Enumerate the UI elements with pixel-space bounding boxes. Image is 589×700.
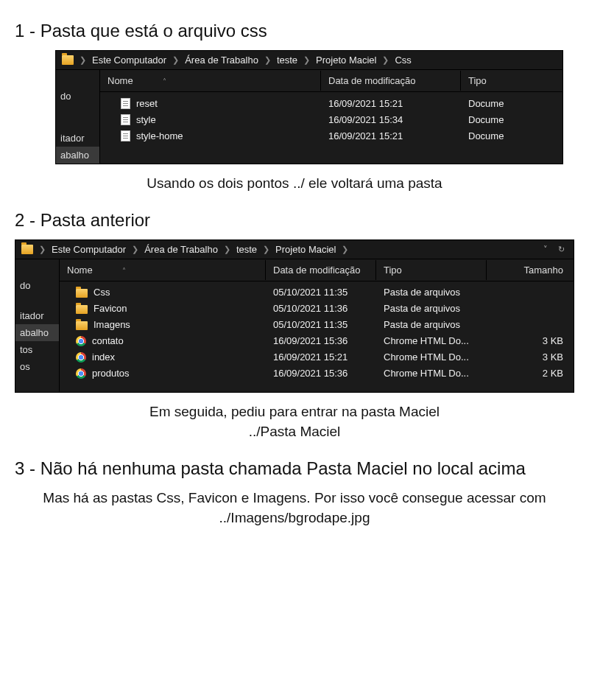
doc-icon — [121, 114, 130, 125]
column-name[interactable]: Nome˄ — [100, 71, 321, 91]
caption-line: ../Pasta Maciel — [44, 421, 545, 442]
file-name: style-home — [136, 130, 183, 141]
breadcrumb[interactable]: ❯ Este Computador ❯ Área de Trabalho ❯ t… — [56, 51, 562, 70]
sidebar: do itador abalho — [56, 70, 100, 164]
column-date[interactable]: Data de modificação — [321, 71, 461, 91]
file-name: Css — [94, 287, 110, 298]
breadcrumb-segment[interactable]: Área de Trabalho — [185, 55, 258, 66]
file-name: contato — [92, 335, 124, 346]
breadcrumb-segment[interactable]: Este Computador — [52, 244, 126, 255]
file-type: Chrome HTML Do... — [376, 335, 487, 346]
chevron-right-icon: ❯ — [222, 245, 232, 254]
file-type: Docume — [461, 98, 562, 109]
chevron-right-icon: ❯ — [130, 245, 140, 254]
folder-icon — [21, 245, 33, 254]
file-row[interactable]: style-home16/09/2021 15:21Docume — [100, 127, 562, 144]
breadcrumb[interactable]: ❯ Este Computador ❯ Área de Trabalho ❯ t… — [15, 240, 574, 259]
file-date: 05/10/2021 11:35 — [266, 319, 376, 330]
file-name: Favicon — [94, 303, 127, 314]
chrome-icon — [76, 368, 86, 379]
file-date: 05/10/2021 11:36 — [266, 303, 376, 314]
section-2-caption: Em seguida, pediu para entrar na pasta M… — [44, 402, 545, 442]
file-name: style — [136, 114, 156, 125]
file-date: 05/10/2021 11:35 — [266, 287, 376, 298]
chevron-right-icon: ❯ — [263, 55, 272, 65]
file-row[interactable]: Favicon05/10/2021 11:36Pasta de arquivos — [60, 301, 574, 317]
folder-icon — [76, 289, 88, 298]
column-type[interactable]: Tipo — [376, 260, 487, 280]
file-row[interactable]: style16/09/2021 15:34Docume — [100, 111, 562, 127]
doc-icon — [121, 98, 130, 109]
file-name: Imagens — [94, 319, 130, 330]
chrome-icon — [76, 336, 86, 346]
section-3-body: Mas há as pastas Css, Favicon e Imagens.… — [29, 488, 560, 528]
file-size: 3 KB — [487, 351, 574, 363]
file-type: Chrome HTML Do... — [376, 368, 487, 379]
caption-line: Em seguida, pediu para entrar na pasta M… — [44, 402, 545, 422]
file-type: Pasta de arquivos — [376, 319, 487, 330]
chevron-down-icon[interactable]: ˅ — [540, 245, 551, 254]
file-row[interactable]: contato16/09/2021 15:36Chrome HTML Do...… — [60, 333, 574, 349]
chevron-right-icon: ❯ — [381, 55, 390, 65]
section-2-heading: 2 - Pasta anterior — [15, 210, 574, 231]
column-headers: Nome˄ Data de modificação Tipo Tamanho — [60, 259, 574, 281]
file-type: Docume — [461, 130, 562, 141]
file-type: Pasta de arquivos — [376, 303, 487, 314]
file-list: Nome˄ Data de modificação Tipo Tamanho C… — [60, 259, 574, 392]
file-row[interactable]: reset16/09/2021 15:21Docume — [100, 95, 562, 111]
file-size: 3 KB — [487, 335, 574, 346]
column-headers: Nome˄ Data de modificação Tipo — [100, 70, 562, 92]
breadcrumb-segment[interactable]: Css — [395, 55, 411, 66]
chevron-right-icon: ❯ — [171, 55, 180, 65]
breadcrumb-segment[interactable]: Este Computador — [92, 55, 166, 66]
column-size[interactable]: Tamanho — [487, 260, 574, 280]
sidebar-item[interactable]: itador — [56, 130, 99, 147]
breadcrumb-segment[interactable]: Projeto Maciel — [316, 55, 376, 66]
file-size: 2 KB — [487, 368, 574, 379]
sidebar-item[interactable]: os — [15, 358, 59, 375]
sidebar-item[interactable]: do — [15, 277, 59, 294]
chevron-right-icon: ❯ — [261, 245, 271, 254]
file-list: Nome˄ Data de modificação Tipo reset16/0… — [100, 70, 562, 164]
chevron-right-icon: ❯ — [340, 245, 350, 254]
file-type: Chrome HTML Do... — [376, 351, 487, 363]
column-type[interactable]: Tipo — [461, 71, 562, 91]
sidebar-item[interactable]: itador — [15, 307, 59, 324]
breadcrumb-segment[interactable]: teste — [236, 244, 257, 255]
file-type: Docume — [461, 114, 562, 125]
column-name[interactable]: Nome˄ — [60, 260, 266, 280]
file-date: 16/09/2021 15:21 — [321, 130, 461, 141]
breadcrumb-segment[interactable]: Área de Trabalho — [144, 244, 218, 255]
chevron-right-icon: ❯ — [302, 55, 311, 65]
breadcrumb-segment[interactable]: teste — [277, 55, 297, 66]
doc-icon — [121, 130, 130, 141]
chevron-right-icon: ❯ — [78, 55, 88, 65]
file-row[interactable]: index16/09/2021 15:21Chrome HTML Do...3 … — [60, 349, 574, 365]
section-1-caption: Usando os dois pontos ../ ele voltará um… — [44, 173, 545, 194]
folder-icon — [76, 305, 88, 314]
sidebar-item[interactable]: tos — [15, 341, 59, 358]
sort-asc-icon: ˄ — [163, 77, 166, 85]
chrome-icon — [76, 352, 86, 363]
file-type: Pasta de arquivos — [376, 287, 487, 298]
file-row[interactable]: produtos16/09/2021 15:36Chrome HTML Do..… — [60, 365, 574, 382]
column-date[interactable]: Data de modificação — [266, 260, 376, 280]
section-3-heading: 3 - Não há nenhuma pasta chamada Pasta M… — [15, 458, 574, 479]
refresh-icon[interactable]: ↻ — [555, 245, 568, 254]
sidebar-item[interactable]: abalho — [56, 147, 99, 164]
breadcrumb-segment[interactable]: Projeto Maciel — [275, 244, 336, 255]
file-date: 16/09/2021 15:34 — [321, 114, 461, 125]
sort-asc-icon: ˄ — [122, 267, 126, 275]
chevron-right-icon: ❯ — [38, 245, 47, 254]
file-row[interactable]: Imagens05/10/2021 11:35Pasta de arquivos — [60, 317, 574, 333]
file-row[interactable]: Css05/10/2021 11:35Pasta de arquivos — [60, 284, 574, 301]
sidebar-item[interactable]: abalho — [15, 324, 59, 341]
sidebar-item[interactable]: do — [56, 88, 99, 105]
section-1-heading: 1 - Pasta que está o arquivo css — [15, 21, 574, 41]
file-date: 16/09/2021 15:36 — [266, 335, 376, 346]
explorer-window-css: ❯ Este Computador ❯ Área de Trabalho ❯ t… — [55, 50, 563, 164]
explorer-window-projeto: ❯ Este Computador ❯ Área de Trabalho ❯ t… — [15, 239, 574, 393]
file-date: 16/09/2021 15:36 — [266, 368, 376, 379]
file-date: 16/09/2021 15:21 — [321, 98, 461, 109]
file-name: index — [92, 351, 115, 363]
